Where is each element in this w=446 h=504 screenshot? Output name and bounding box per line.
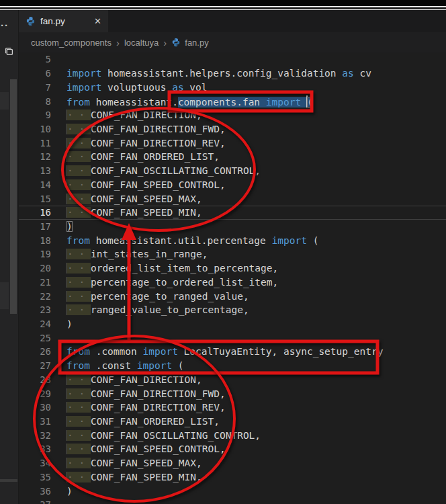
- close-icon[interactable]: ✕: [94, 17, 101, 26]
- code-token: CONF_FAN_DIRECTION,: [91, 374, 202, 385]
- code-line-19: 19· · int_states_in_range,: [19, 247, 446, 261]
- line-number: 6: [19, 68, 66, 79]
- code-line-20: 20· · ordered_list_item_to_percentage,: [19, 261, 446, 276]
- code-text: · · CONF_FAN_SPEED_CONTROL,: [66, 179, 226, 190]
- code-text: from .const import (: [66, 360, 184, 371]
- code-line-12: 12· · CONF_FAN_ORDERED_LIST,: [19, 150, 446, 164]
- indent-whitespace: · ·: [66, 207, 91, 218]
- code-line-34: 34· · CONF_FAN_SPEED_MAX,: [19, 456, 446, 470]
- code-text: ): [66, 319, 73, 329]
- code-line-24: 24): [19, 317, 446, 331]
- line-number: 16: [19, 207, 66, 218]
- indent-whitespace: · ·: [66, 472, 91, 482]
- code-token: import: [137, 346, 178, 357]
- indent-whitespace: · ·: [66, 416, 91, 427]
- code-line-25: 25: [19, 331, 446, 345]
- code-token: CONF_FAN_SPEED_CONTROL,: [91, 179, 226, 190]
- tab-fan-py[interactable]: fan.py ✕: [19, 10, 108, 32]
- code-text: · · CONF_FAN_DIRECTION,: [66, 110, 202, 120]
- line-number: 30: [19, 402, 66, 413]
- split-editor-icon[interactable]: [4, 46, 14, 56]
- code-token: as: [166, 82, 183, 93]
- code-line-28: 28· · CONF_FAN_DIRECTION,: [19, 373, 446, 387]
- code-line-16: 16· · CONF_FAN_SPEED_MIN,: [19, 206, 446, 220]
- line-number: 13: [19, 165, 66, 176]
- code-text: · · percentage_to_ordered_list_item,: [66, 277, 278, 288]
- chevron-right-icon: ›: [116, 38, 120, 48]
- code-token: CONF_FAN_ORDERED_LIST,: [91, 151, 220, 162]
- code-line-26: 26from .common import LocalTuyaEntity, a…: [19, 345, 446, 359]
- code-token: CONF_FAN_DIRECTION_REV,: [91, 402, 226, 413]
- code-token: (: [172, 360, 183, 371]
- code-token: import: [131, 360, 172, 371]
- code-text: import voluptuous as vol: [66, 82, 208, 93]
- code-line-23: 23· · ranged_value_to_percentage,: [19, 303, 446, 317]
- line-number: 36: [19, 486, 66, 497]
- indent-whitespace: · ·: [66, 430, 91, 441]
- code-text: · · CONF_FAN_SPEED_MIN,: [66, 207, 202, 218]
- code-token: CONF_FAN_DIRECTION_REV,: [91, 138, 226, 149]
- breadcrumb: custom_components › localtuya › fan.py: [19, 32, 446, 52]
- code-text: from homeassistant.util.percentage impor…: [66, 235, 318, 246]
- indent-whitespace: · ·: [66, 165, 91, 176]
- bracket-match: (: [307, 97, 313, 108]
- code-token: ordered_list_item_to_percentage,: [91, 263, 278, 274]
- breadcrumb-item-localtuya[interactable]: localtuya: [124, 38, 159, 48]
- code-text: from .common import LocalTuyaEntity, asy…: [66, 346, 383, 357]
- code-line-13: 13· · CONF_FAN_OSCILLATING_CONTROL,: [19, 164, 446, 178]
- code-token: ranged_value_to_percentage,: [91, 304, 249, 315]
- code-token: CONF_FAN_SPEED_MIN,: [91, 472, 202, 482]
- code-line-35: 35· · CONF_FAN_SPEED_MIN,: [19, 470, 446, 485]
- code-token: CONF_FAN_OSCILLATING_CONTROL,: [91, 430, 261, 441]
- indent-whitespace: · ·: [66, 151, 91, 162]
- code-token: .const: [90, 360, 131, 371]
- code-text: · · CONF_FAN_OSCILLATING_CONTROL,: [66, 430, 261, 441]
- code-line-30: 30· · CONF_FAN_DIRECTION_REV,: [19, 401, 446, 415]
- indent-whitespace: · ·: [66, 304, 91, 315]
- code-text: · · CONF_FAN_DIRECTION_REV,: [66, 402, 226, 413]
- code-line-22: 22· · percentage_to_ranged_value,: [19, 289, 446, 303]
- code-line-17: 17): [19, 220, 446, 234]
- indent-whitespace: · ·: [66, 374, 91, 385]
- indent-whitespace: · ·: [66, 277, 91, 288]
- code-text: · · ranged_value_to_percentage,: [66, 304, 249, 315]
- code-token: vol: [184, 82, 208, 93]
- indent-whitespace: · ·: [66, 138, 91, 149]
- code-text: · · CONF_FAN_SPEED_CONTROL,: [66, 444, 226, 454]
- code-line-5: 5: [19, 52, 446, 67]
- code-token: from: [66, 97, 90, 108]
- code-text: · · CONF_FAN_ORDERED_LIST,: [66, 151, 220, 162]
- code-token: CONF_FAN_SPEED_MAX,: [91, 458, 202, 468]
- ellipsis-icon[interactable]: ···: [0, 19, 9, 31]
- window-top-border: [0, 0, 446, 10]
- code-token: CONF_FAN_SPEED_CONTROL,: [91, 444, 226, 454]
- code-text: · · CONF_FAN_DIRECTION_FWD,: [66, 124, 226, 134]
- code-editor[interactable]: 56import homeassistant.helpers.config_va…: [19, 52, 446, 504]
- line-number: 23: [19, 304, 66, 315]
- code-token: voluptuous: [101, 82, 166, 93]
- line-number: 20: [19, 263, 66, 274]
- code-line-6: 6import homeassistant.helpers.config_val…: [19, 67, 446, 81]
- breadcrumb-item-custom-components[interactable]: custom_components: [31, 38, 112, 48]
- line-number: 24: [19, 319, 66, 329]
- code-line-15: 15· · CONF_FAN_SPEED_MAX,: [19, 192, 446, 206]
- line-number: 15: [19, 194, 66, 204]
- code-line-36: 36): [19, 484, 446, 498]
- code-token: from: [66, 346, 90, 357]
- line-number: 26: [19, 346, 66, 357]
- code-token: from: [66, 360, 90, 371]
- indent-whitespace: · ·: [66, 249, 91, 259]
- code-token: from: [66, 235, 90, 246]
- code-token: LocalTuyaEntity, async_setup_entry: [178, 346, 384, 357]
- code-token: CONF_FAN_DIRECTION,: [91, 110, 202, 120]
- code-token: CONF_FAN_OSCILLATING_CONTROL,: [91, 165, 261, 176]
- line-number: 7: [19, 82, 66, 93]
- bracket-match: ): [66, 221, 73, 232]
- sidebar-scrollbar[interactable]: [10, 79, 17, 314]
- indent-whitespace: · ·: [66, 458, 91, 468]
- code-line-8: 8from homeassistant.components.fan impor…: [19, 94, 446, 108]
- tab-label: fan.py: [40, 16, 65, 26]
- code-line-10: 10· · CONF_FAN_DIRECTION_FWD,: [19, 122, 446, 136]
- line-number: 10: [19, 124, 66, 134]
- breadcrumb-item-fan-py[interactable]: fan.py: [185, 38, 208, 48]
